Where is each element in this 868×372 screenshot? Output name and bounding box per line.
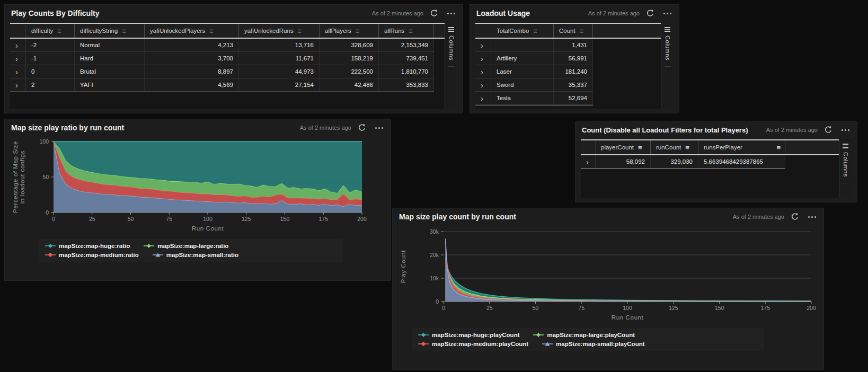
svg-text:50: 50: [533, 305, 539, 311]
legend-item[interactable]: mapSize:map-small:ratio: [153, 252, 238, 258]
legend-item[interactable]: mapSize:map-large:ratio: [144, 243, 228, 249]
column-menu-icon[interactable]: ≡: [356, 28, 360, 34]
column-header[interactable]: difficultyString≡: [75, 24, 145, 38]
table-cell: 4,569: [145, 78, 239, 91]
column-menu-icon[interactable]: ≡: [580, 28, 584, 34]
table-row[interactable]: ›2YAFI4,56927,15442,486353,833: [10, 78, 434, 92]
legend-label: mapSize:map-large:playCount: [547, 332, 635, 338]
column-header[interactable]: Count≡: [554, 24, 593, 38]
legend-item[interactable]: mapSize:map-small:playCount: [542, 341, 644, 347]
column-header[interactable]: runsPerPlayer≡: [698, 140, 785, 154]
row-expand-icon[interactable]: ›: [15, 55, 18, 63]
table-cell: 1,431: [554, 39, 593, 51]
table-row[interactable]: ›58,092329,0305.6639468429387865: [581, 155, 785, 169]
column-menu-icon[interactable]: ≡: [122, 28, 126, 34]
more-options-icon[interactable]: [805, 215, 817, 219]
column-menu-icon[interactable]: ≡: [298, 28, 302, 34]
column-menu-icon[interactable]: ≡: [209, 28, 214, 34]
svg-text:150: 150: [715, 305, 724, 311]
svg-text:Run Count: Run Count: [192, 225, 224, 232]
more-options-icon[interactable]: [445, 12, 456, 15]
column-header[interactable]: runCount≡: [651, 140, 698, 154]
row-expand-icon[interactable]: ›: [15, 81, 18, 89]
column-menu-icon[interactable]: ≡: [685, 144, 689, 151]
svg-text:125: 125: [669, 305, 678, 311]
table-row[interactable]: ›0Brutal8,89744,973222,5001,810,770: [10, 65, 434, 78]
table-row[interactable]: ›Sword35,337: [475, 78, 593, 92]
legend-item[interactable]: mapSize:map-medium:playCount: [418, 341, 528, 347]
row-expand-icon[interactable]: ›: [481, 55, 483, 63]
more-options-icon[interactable]: [373, 126, 384, 130]
legend-item[interactable]: mapSize:map-large:playCount: [533, 332, 635, 338]
row-expand-icon[interactable]: ›: [15, 68, 18, 76]
panel-playcount-chart: Map size play count by run count As of 2…: [392, 208, 824, 370]
row-expand-icon[interactable]: ›: [586, 158, 589, 166]
table-cell: Sword: [491, 78, 554, 91]
column-menu-icon[interactable]: ≡: [776, 144, 781, 151]
table-cell: 0: [26, 65, 75, 78]
series-marker-icon: [533, 332, 544, 338]
column-menu-icon[interactable]: ≡: [57, 28, 61, 34]
series-marker-icon: [418, 341, 429, 347]
column-header[interactable]: TotalCombo≡: [491, 24, 554, 38]
expander-header: [10, 24, 26, 38]
row-expand-icon[interactable]: ›: [15, 41, 18, 49]
page-title: Map size play ratio by run count: [11, 123, 124, 132]
refresh-icon[interactable]: [824, 126, 832, 134]
svg-text:30k: 30k: [430, 228, 439, 235]
series-marker-icon: [153, 252, 163, 258]
columns-toggle[interactable]: Columns: [445, 23, 457, 109]
page-title: Loadout Usage: [476, 9, 530, 17]
row-expand-icon[interactable]: ›: [481, 41, 483, 49]
column-header[interactable]: allPlayers≡: [320, 24, 379, 38]
more-options-icon[interactable]: [839, 128, 851, 132]
column-menu-icon[interactable]: ≡: [638, 144, 642, 151]
row-expand-icon[interactable]: ›: [481, 94, 483, 102]
table-row[interactable]: ›-2Normal4,21313,716328,6092,153,349: [10, 39, 434, 52]
series-marker-icon: [542, 341, 553, 347]
table-cell: Normal: [75, 39, 145, 51]
column-header-label: difficulty: [31, 28, 53, 34]
table-cell: 4,213: [145, 39, 239, 51]
page-title: Play Counts By Difficulty: [11, 9, 99, 17]
data-table: TotalCombo≡Count≡›1,431›Artillery56,991›…: [475, 23, 674, 109]
column-menu-icon[interactable]: ≡: [533, 28, 537, 34]
table-row[interactable]: ›Artillery56,991: [475, 52, 593, 65]
column-header[interactable]: playerCount≡: [596, 140, 651, 154]
legend-item[interactable]: mapSize:map-huge:playCount: [418, 332, 519, 338]
table-row[interactable]: ›Laser181,240: [475, 65, 593, 78]
refresh-icon[interactable]: [646, 9, 654, 17]
column-header-label: TotalCombo: [497, 28, 529, 34]
row-expand-icon[interactable]: ›: [481, 68, 483, 76]
table-cell: 353,833: [379, 78, 434, 91]
column-header[interactable]: difficulty≡: [26, 24, 75, 38]
table-row[interactable]: ›-1Hard3,70011,671158,219739,451: [10, 52, 434, 65]
legend-label: mapSize:map-huge:ratio: [59, 243, 130, 249]
more-options-icon[interactable]: [661, 12, 672, 15]
table-cell: Artillery: [491, 52, 554, 65]
legend-item[interactable]: mapSize:map-huge:ratio: [45, 243, 130, 249]
table-cell: 1,810,770: [379, 65, 434, 78]
table-row[interactable]: ›Tesla52,694: [475, 92, 593, 105]
refresh-icon[interactable]: [430, 9, 438, 17]
table-row[interactable]: ›1,431: [475, 39, 593, 52]
refresh-icon[interactable]: [791, 212, 799, 221]
column-header[interactable]: yafiUnlockedPlayers≡: [145, 24, 239, 38]
row-expand-icon[interactable]: ›: [481, 81, 483, 89]
refresh-icon[interactable]: [358, 123, 366, 132]
columns-toggle[interactable]: Columns: [661, 23, 674, 109]
columns-toggle[interactable]: Columns: [839, 139, 852, 198]
column-header-label: allRuns: [384, 28, 404, 34]
header-filler: [785, 140, 839, 154]
table-cell: 3,700: [145, 52, 239, 65]
table-cell: 56,991: [554, 52, 593, 65]
column-header[interactable]: yafiUnlockedRuns≡: [239, 24, 320, 38]
svg-text:0: 0: [52, 216, 55, 222]
table-cell: 2,153,349: [379, 39, 434, 51]
panel-header: Count (Disable all Loadout Filters for t…: [575, 121, 857, 138]
column-menu-icon[interactable]: ≡: [409, 28, 413, 34]
column-header[interactable]: allRuns≡: [379, 24, 434, 38]
columns-icon: [665, 27, 670, 32]
table-cell: 181,240: [554, 65, 593, 78]
legend-item[interactable]: mapSize:map-medium:ratio: [45, 252, 139, 258]
